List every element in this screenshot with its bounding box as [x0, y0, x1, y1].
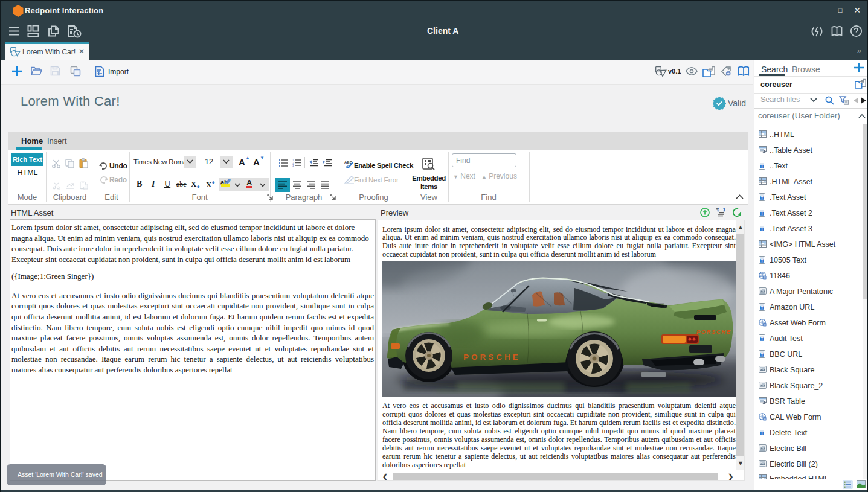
svg-text:T: T [761, 353, 764, 357]
svg-text:T: T [761, 211, 764, 216]
svg-text:PORSCHE: PORSCHE [463, 353, 521, 362]
svg-text:T: T [761, 337, 764, 341]
svg-text:T: T [761, 164, 764, 168]
svg-text:PORSCHE: PORSCHE [696, 328, 731, 335]
svg-text:3: 3 [292, 164, 294, 167]
svg-text:T: T [761, 258, 764, 263]
svg-text:T: T [761, 431, 764, 435]
svg-text:T: T [761, 227, 764, 231]
svg-text:T: T [761, 305, 764, 310]
svg-text:T: T [761, 196, 764, 200]
